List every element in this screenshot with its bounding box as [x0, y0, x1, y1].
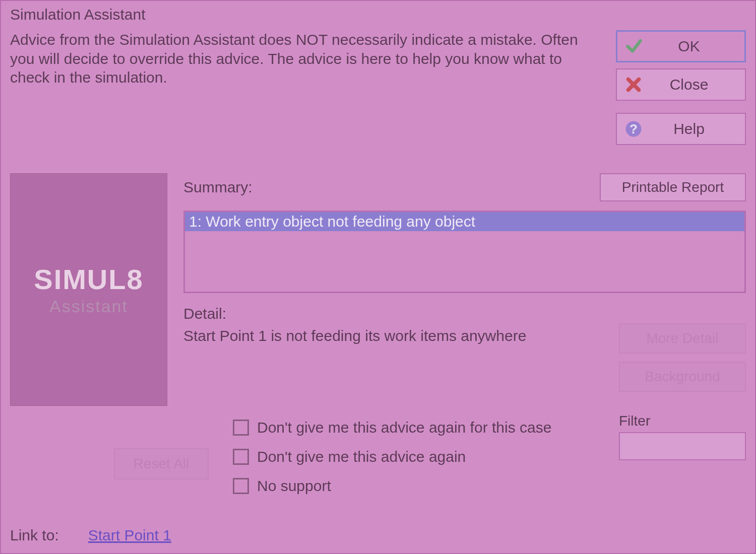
background-button[interactable]: Background — [619, 362, 746, 392]
window-title: Simulation Assistant — [1, 1, 755, 25]
more-detail-button[interactable]: More Detail — [619, 323, 746, 354]
checkbox-case[interactable] — [233, 420, 249, 436]
summary-item[interactable]: 1: Work entry object not feeding any obj… — [185, 212, 744, 231]
detail-text: Start Point 1 is not feeding its work it… — [183, 327, 609, 344]
filter-input[interactable] — [619, 432, 746, 460]
help-icon: ? — [623, 118, 644, 140]
ok-label: OK — [655, 38, 738, 55]
checkbox-case-label: Don't give me this advice again for this… — [257, 419, 551, 436]
checkbox-row-nosupport: No support — [233, 477, 551, 495]
logo-subtitle: Assistant — [49, 297, 128, 316]
help-button[interactable]: ? Help — [616, 113, 746, 145]
checkbox-advice-label: Don't give me this advice again — [257, 448, 466, 465]
detail-label: Detail: — [183, 305, 609, 322]
link-target[interactable]: Start Point 1 — [88, 527, 171, 544]
checkbox-nosupport-label: No support — [257, 477, 331, 495]
close-label: Close — [654, 76, 739, 93]
reset-all-button[interactable]: Reset All — [114, 448, 209, 479]
svg-text:?: ? — [629, 122, 638, 136]
close-icon — [623, 74, 644, 95]
summary-list[interactable]: 1: Work entry object not feeding any obj… — [183, 211, 746, 293]
checkbox-row-case: Don't give me this advice again for this… — [233, 419, 551, 436]
printable-report-button[interactable]: Printable Report — [600, 173, 746, 201]
checkbox-nosupport[interactable] — [233, 478, 249, 494]
summary-label: Summary: — [183, 179, 253, 196]
check-icon — [623, 36, 645, 57]
close-button[interactable]: Close — [616, 68, 746, 101]
logo-title: SIMUL8 — [34, 263, 143, 296]
filter-label: Filter — [619, 413, 746, 429]
help-label: Help — [654, 120, 739, 137]
checkbox-row-advice: Don't give me this advice again — [233, 448, 551, 465]
checkbox-advice[interactable] — [233, 449, 249, 465]
ok-button[interactable]: OK — [616, 30, 746, 62]
advice-text: Advice from the Simulation Assistant doe… — [10, 30, 606, 145]
logo-panel: SIMUL8 Assistant — [10, 173, 167, 406]
simulation-assistant-dialog: Simulation Assistant Advice from the Sim… — [0, 0, 756, 554]
link-to-label: Link to: — [10, 527, 59, 544]
